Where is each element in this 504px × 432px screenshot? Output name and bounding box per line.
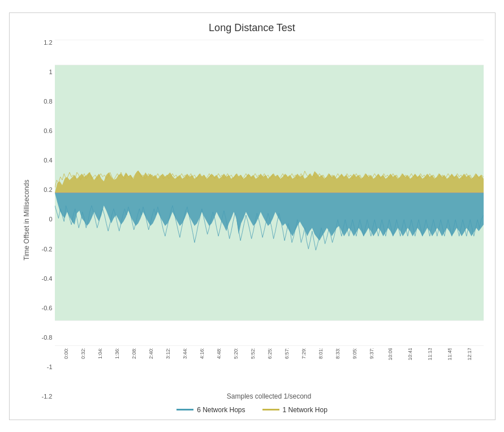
x-tick: 12:17:56 xyxy=(467,348,484,361)
x-axis-ticks: 0:00:010:32:061:04:111:36:162:08:212:40:… xyxy=(55,348,484,388)
y-tick: 0.4 xyxy=(44,157,52,164)
y-tick: 0.8 xyxy=(44,99,52,105)
main-chart-svg xyxy=(55,40,484,346)
plot-svg-wrapper xyxy=(55,40,484,346)
y-tick: -0.8 xyxy=(42,335,53,341)
legend-item-yellow: 1 Network Hop xyxy=(262,406,328,414)
y-tick: -1.2 xyxy=(42,393,53,400)
chart-title: Long Distance Test xyxy=(21,22,484,34)
y-tick: -0.6 xyxy=(42,305,53,311)
chart-plot-area: 0:00:010:32:061:04:111:36:162:08:212:40:… xyxy=(55,40,484,400)
chart-container: Long Distance Test Time Offset in Millis… xyxy=(9,12,496,420)
y-tick: 0.6 xyxy=(44,128,52,134)
chart-body: Time Offset in Milliseconds 1.210.80.60.… xyxy=(21,40,484,400)
y-tick: -1 xyxy=(47,364,53,370)
y-tick: 1 xyxy=(49,69,52,75)
y-tick: 0.2 xyxy=(44,187,52,193)
y-tick: -0.4 xyxy=(42,276,53,282)
y-tick: 1.2 xyxy=(44,40,52,46)
legend-label-blue: 6 Network Hops xyxy=(197,406,245,414)
chart-legend: 6 Network Hops 1 Network Hop xyxy=(21,406,484,414)
y-axis-ticks: 1.210.80.60.40.20-0.2-0.4-0.6-0.8-1-1.2 xyxy=(35,40,55,400)
legend-line-blue xyxy=(176,409,193,410)
x-axis-label: Samples collected 1/second xyxy=(55,392,484,400)
y-tick: 0 xyxy=(49,216,52,223)
y-axis-label: Time Offset in Milliseconds xyxy=(21,40,32,400)
y-tick: -0.2 xyxy=(42,246,53,253)
legend-line-yellow xyxy=(262,409,279,410)
legend-label-yellow: 1 Network Hop xyxy=(283,406,328,414)
legend-item-blue: 6 Network Hops xyxy=(176,406,245,414)
